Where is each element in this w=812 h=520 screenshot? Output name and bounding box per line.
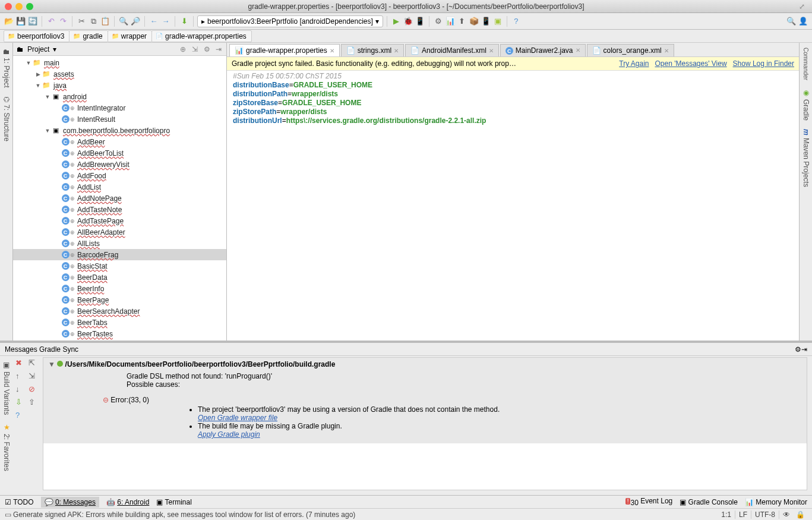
rail-maven[interactable]: mMaven Projects — [801, 127, 811, 189]
debug-icon[interactable]: 🐞 — [403, 16, 413, 27]
tree-node[interactable]: C ⊕AddFood — [13, 170, 226, 181]
breadcrumb[interactable]: 📄gradle-wrapper.properties — [151, 30, 252, 42]
editor-tab[interactable]: 📄AndroidManifest.xml✕ — [405, 44, 499, 56]
hide-icon[interactable]: ⇥ — [801, 345, 807, 354]
tree-node[interactable]: C ⊕BeerTabs — [13, 317, 226, 328]
collapse-all-icon[interactable]: ⇲ — [29, 371, 39, 382]
rail-favorites[interactable]: ★2: Favorites — [1, 421, 12, 474]
tree-node[interactable]: ▼📁main — [13, 57, 226, 68]
memory-monitor-tab[interactable]: 📊 Memory Monitor — [745, 498, 807, 506]
tree-node[interactable]: C ⊕BeerData — [13, 272, 226, 283]
help-icon[interactable]: ? — [15, 411, 26, 421]
status-icon[interactable]: ▭ — [5, 510, 11, 519]
tree-node[interactable]: C ⊕BeerTastes — [13, 328, 226, 339]
close-tab-icon[interactable]: ✕ — [394, 48, 399, 54]
twisty-icon[interactable]: ▼ — [25, 60, 32, 66]
redo-icon[interactable]: ↷ — [58, 16, 68, 27]
tree-node[interactable]: C ⊕IntentResult — [13, 114, 226, 125]
copy-icon[interactable]: ⧉ — [88, 16, 99, 27]
expand-arrow-icon[interactable]: ▼ — [48, 360, 57, 368]
tree-node[interactable]: C ⊕AddTastePage — [13, 215, 226, 226]
gear-icon[interactable]: ⚙ — [203, 45, 211, 53]
run-icon[interactable]: ▶ — [391, 16, 402, 27]
forward-icon[interactable]: → — [160, 16, 171, 27]
twisty-icon[interactable]: ▼ — [44, 128, 51, 134]
down-icon[interactable]: ↓ — [15, 385, 26, 395]
rail-structure[interactable]: ⌬7: Structure — [1, 94, 12, 144]
messages-tab[interactable]: 💬 0: Messages — [41, 497, 99, 508]
rail-commander[interactable]: Commander — [801, 45, 810, 83]
twisty-icon[interactable]: ▶ — [34, 71, 42, 77]
twisty-icon[interactable]: ▼ — [44, 94, 51, 100]
rail-gradle[interactable]: ◉Gradle — [801, 86, 811, 123]
tree-node[interactable]: C ⊕BeerInfo — [13, 283, 226, 294]
expand-icon[interactable]: ⇱ — [29, 358, 39, 369]
gradle-console-tab[interactable]: ▣ Gradle Console — [680, 498, 738, 506]
gear-icon[interactable]: ⚙ — [795, 345, 801, 354]
project-tree[interactable]: ▼📁main▶📁assets▼📁java▼▣androidC ⊕IntentIn… — [13, 56, 226, 341]
cut-icon[interactable]: ✂ — [76, 16, 87, 27]
tree-node[interactable]: C ⊕IntentIntegrator — [13, 102, 226, 114]
close-tab-icon[interactable]: ✕ — [489, 48, 494, 54]
tree-node[interactable]: C ⊕AllBeerAdapter — [13, 226, 226, 238]
tree-node[interactable]: ▼📁java — [13, 80, 226, 91]
todo-tab[interactable]: ☑ TODO — [5, 498, 34, 506]
tree-node[interactable]: C ⊕AddBeer — [13, 136, 226, 147]
messages-content[interactable]: ▼ /Users/Mike/Documents/beerPortfolio/be… — [43, 357, 807, 490]
encoding[interactable]: UTF-8 — [751, 510, 779, 519]
breadcrumb[interactable]: 📁wrapper — [108, 30, 152, 42]
editor[interactable]: #Sun Feb 15 00:57:00 ChST 2015distributi… — [227, 71, 799, 341]
tree-node[interactable]: ▶📁assets — [13, 68, 226, 80]
editor-tab[interactable]: 📄colors_orange.xml✕ — [587, 44, 674, 56]
hide-icon[interactable]: ⇥ — [214, 45, 223, 53]
line-separator[interactable]: LF — [735, 510, 751, 519]
event-log-tab[interactable]: !30 Event Log — [625, 497, 673, 507]
editor-tab[interactable]: 📊gradle-wrapper.properties✕ — [229, 44, 340, 56]
find-icon[interactable]: 🔍 — [118, 16, 129, 27]
minimize-window-button[interactable] — [15, 3, 23, 10]
help-icon[interactable]: ? — [511, 16, 522, 27]
try-again-link[interactable]: Try Again — [619, 59, 649, 68]
locate-icon[interactable]: ⊕ — [179, 45, 187, 53]
close-icon[interactable]: ✖ — [15, 358, 26, 369]
sdk-icon[interactable]: 📦 — [469, 16, 479, 27]
tree-node[interactable]: C ⊕BasicStat — [13, 260, 226, 272]
inspect-icon[interactable]: 👁 — [779, 510, 794, 519]
android-tab[interactable]: 🤖 6: Android — [106, 498, 149, 506]
tree-node[interactable]: C ⊕AddList — [13, 181, 226, 193]
make-icon[interactable]: ⬇ — [179, 16, 189, 27]
replace-icon[interactable]: 🔎 — [130, 16, 141, 27]
editor-tab[interactable]: 📄strings.xml✕ — [341, 44, 404, 56]
up-icon[interactable]: ↑ — [15, 371, 26, 382]
close-tab-icon[interactable]: ✕ — [330, 48, 334, 54]
show-log-link[interactable]: Show Log in Finder — [733, 59, 794, 68]
undo-icon[interactable]: ↶ — [46, 16, 56, 27]
close-window-button[interactable] — [5, 3, 12, 10]
tool1-icon[interactable]: ⚙ — [433, 16, 444, 27]
breadcrumb[interactable]: 📁gradle — [69, 30, 108, 42]
breadcrumb[interactable]: 📁beerportfoliov3 — [4, 30, 69, 42]
avatar-icon[interactable]: 👤 — [798, 16, 808, 27]
tree-node[interactable]: C ⊕AddNotePage — [13, 193, 226, 204]
tree-node[interactable]: C ⊕AllLists — [13, 238, 226, 249]
sync-icon[interactable]: 🔄 — [27, 16, 38, 27]
terminal-tab[interactable]: ▣ Terminal — [156, 498, 191, 506]
rail-project[interactable]: 🖿1: Project — [1, 45, 12, 90]
export-icon[interactable]: ⇩ — [15, 398, 26, 408]
open-messages-link[interactable]: Open 'Messages' View — [655, 59, 727, 68]
tree-node[interactable]: C ⊕BeerSearchAdapter — [13, 305, 226, 317]
twisty-icon[interactable]: ▼ — [34, 83, 42, 89]
chevron-down-icon[interactable]: ▾ — [53, 45, 56, 53]
tree-node[interactable]: ▼▣android — [13, 91, 226, 102]
save-icon[interactable]: 💾 — [15, 16, 26, 27]
tree-node[interactable]: C ⊕AddTasteNote — [13, 204, 226, 215]
open-icon[interactable]: 📂 — [4, 16, 14, 27]
attach-icon[interactable]: 📱 — [415, 16, 425, 27]
tool3-icon[interactable]: ⬆ — [457, 16, 467, 27]
open-wrapper-link[interactable]: Open Gradle wrapper file — [198, 414, 277, 422]
apply-plugin-link[interactable]: Apply Gradle plugin — [198, 430, 260, 439]
editor-tab[interactable]: CMainDrawer2.java✕ — [500, 44, 586, 57]
tree-node[interactable]: ▼▣com.beerportfolio.beerportfoliopro — [13, 125, 226, 136]
close-tab-icon[interactable]: ✕ — [576, 47, 580, 53]
zoom-window-button[interactable] — [26, 3, 33, 10]
